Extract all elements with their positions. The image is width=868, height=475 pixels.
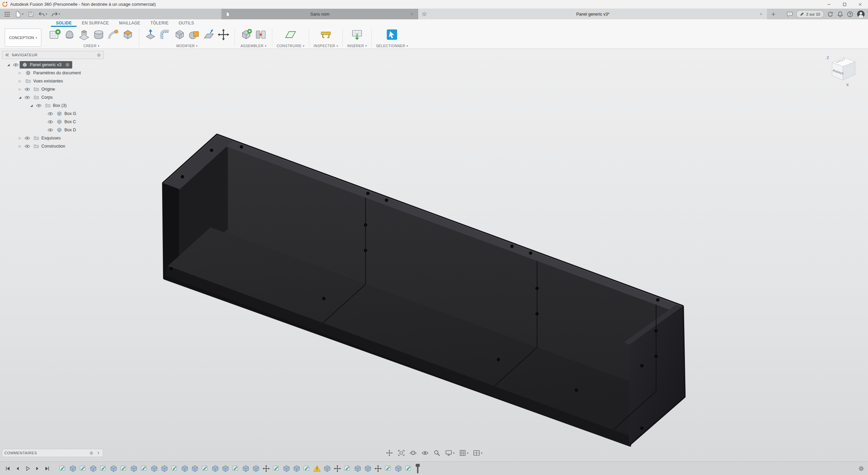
job-status-button[interactable] [827, 11, 834, 18]
viewports-button[interactable]: ▾ [472, 449, 484, 457]
sweep-button[interactable] [106, 28, 120, 41]
timeline-feature-18-sketch[interactable] [232, 465, 239, 472]
look-at-button[interactable] [420, 449, 430, 457]
document-tab-panel-generic-v3[interactable]: Panel generic v3* [418, 9, 767, 19]
ribbon-group-label[interactable]: INSÉRER▾ [347, 44, 367, 48]
timeline-feature-5-sketch[interactable] [100, 465, 107, 472]
timeline-feature-17-feature[interactable] [222, 465, 229, 472]
timeline-feature-20-feature[interactable] [252, 465, 260, 472]
navigator-item-esquisses[interactable]: ▷Esquisses [2, 134, 104, 142]
expander-icon[interactable]: ▷ [17, 136, 23, 140]
navigator-item-construction[interactable]: ▷Construction [2, 142, 104, 150]
timeline-feature-14-feature[interactable] [191, 465, 199, 472]
user-avatar[interactable] [856, 10, 865, 19]
timeline-feature-11-feature[interactable] [161, 465, 168, 472]
filter-target-icon[interactable] [96, 53, 101, 58]
timeline-skip-end-button[interactable] [43, 464, 52, 473]
navigator-item-box-g[interactable]: Box G [2, 110, 104, 118]
revolve-button[interactable] [92, 28, 105, 41]
timeline-feature-1-sketch[interactable] [59, 465, 66, 472]
app-grid-button[interactable] [2, 10, 12, 19]
visibility-eye-icon[interactable] [23, 135, 31, 141]
save-button[interactable] [26, 10, 36, 19]
timeline-feature-19-feature[interactable] [242, 465, 250, 472]
primitive-box-button[interactable] [121, 28, 135, 41]
ribbon-tab-solide[interactable]: SOLIDE [51, 19, 77, 27]
tab-close-button[interactable] [758, 12, 764, 17]
timeline-feature-7-sketch[interactable] [120, 465, 127, 472]
timeline-feature-32-move[interactable] [374, 465, 382, 472]
timeline-settings-button[interactable] [858, 462, 865, 475]
maximize-button[interactable] [837, 0, 852, 8]
timeline-feature-34-feature[interactable] [395, 465, 402, 472]
undo-button[interactable]: ▾ [37, 10, 49, 19]
expander-icon[interactable]: ◢ [28, 104, 35, 107]
expander-icon[interactable]: ▷ [17, 79, 23, 83]
navigator-item-box-c[interactable]: Box C [2, 118, 104, 126]
navigator-item-param-tres-du-document[interactable]: ▷Paramètres du document [2, 69, 104, 77]
new-tab-button[interactable] [769, 10, 778, 19]
pan-button[interactable] [384, 449, 394, 457]
comments-button[interactable] [786, 11, 793, 18]
timeline-feature-31-feature[interactable] [364, 465, 372, 472]
timeline-feature-8-feature[interactable] [130, 465, 138, 472]
timeline-scrubber[interactable] [415, 463, 420, 474]
orbit-button[interactable] [408, 449, 418, 457]
timeline-feature-30-feature[interactable] [354, 465, 361, 472]
timeline-feature-4-feature[interactable] [90, 465, 97, 472]
chevron-right-icon[interactable] [96, 451, 101, 455]
ribbon-tab-en-surface[interactable]: EN SURFACE [77, 19, 114, 27]
visibility-eye-icon[interactable] [35, 102, 43, 109]
timeline-feature-27-feature[interactable] [323, 465, 331, 472]
visibility-eye-icon[interactable] [12, 62, 20, 68]
navigator-item-panel-generic-v3[interactable]: ◢Panel generic v3 [2, 61, 104, 69]
timeline-feature-16-feature[interactable] [212, 465, 219, 472]
viewport-canvas[interactable]: NAVIGATEUR ◢Panel generic v3▷Paramètres … [0, 49, 868, 461]
timeline-feature-3-sketch[interactable] [79, 465, 87, 472]
visibility-eye-icon[interactable] [23, 86, 31, 93]
timeline-step-forward-button[interactable] [33, 464, 42, 473]
timeline-feature-23-feature[interactable] [283, 465, 290, 472]
create-sketch-button[interactable] [48, 28, 62, 41]
timeline-feature-6-feature[interactable] [110, 465, 117, 472]
offset-face-button[interactable] [202, 28, 216, 41]
visibility-eye-icon[interactable] [23, 143, 31, 150]
ribbon-tab-t-lerie[interactable]: TÔLERIE [145, 19, 174, 27]
grid-settings-button[interactable]: ▾ [458, 449, 469, 457]
timeline-feature-25-sketch[interactable] [303, 465, 311, 472]
navigator-item-box-3[interactable]: ◢Box (3) [2, 101, 104, 110]
new-component-button[interactable] [239, 28, 253, 41]
extrude-button[interactable] [77, 28, 91, 41]
form-button[interactable] [63, 28, 76, 41]
timeline-step-back-button[interactable] [13, 464, 22, 473]
ribbon-tab-maillage[interactable]: MAILLAGE [114, 19, 145, 27]
timeline-feature-21-move[interactable] [262, 465, 270, 472]
ribbon-group-label[interactable]: CRÉER▾ [83, 44, 99, 48]
display-settings-button[interactable]: ▾ [444, 449, 455, 457]
navigator-item-vues-existantes[interactable]: ▷Vues existantes [2, 77, 104, 85]
timeline-feature-24-feature[interactable] [293, 465, 300, 472]
timeline-feature-22-sketch[interactable] [273, 465, 280, 472]
timeline-feature-2-feature[interactable] [69, 465, 77, 472]
construct-plane-button[interactable] [284, 28, 297, 41]
notifications-button[interactable] [837, 11, 844, 18]
help-button[interactable] [847, 11, 853, 18]
timeline-feature-15-sketch[interactable] [201, 465, 209, 472]
document-counter-pill[interactable]: 2 sur 10 [796, 10, 824, 18]
expander-icon[interactable]: ◢ [17, 96, 23, 99]
timeline-feature-29-sketch[interactable] [344, 465, 351, 472]
visibility-eye-icon[interactable] [46, 111, 54, 117]
expander-icon[interactable]: ▷ [17, 145, 23, 148]
press-pull-button[interactable] [144, 28, 157, 41]
move-button[interactable] [217, 28, 230, 41]
timeline-feature-13-feature[interactable] [181, 465, 189, 472]
redo-button[interactable]: ▾ [50, 10, 62, 19]
expander-icon[interactable]: ▷ [17, 71, 23, 75]
select-button[interactable] [385, 28, 399, 41]
timeline-feature-12-sketch[interactable] [171, 465, 178, 472]
active-component-radio[interactable] [65, 62, 70, 68]
view-cube[interactable]: Z HAUT AVANT X [824, 52, 861, 90]
zoom-button[interactable] [432, 449, 441, 457]
insert-mesh-button[interactable] [350, 28, 364, 41]
measure-button[interactable] [319, 28, 333, 41]
